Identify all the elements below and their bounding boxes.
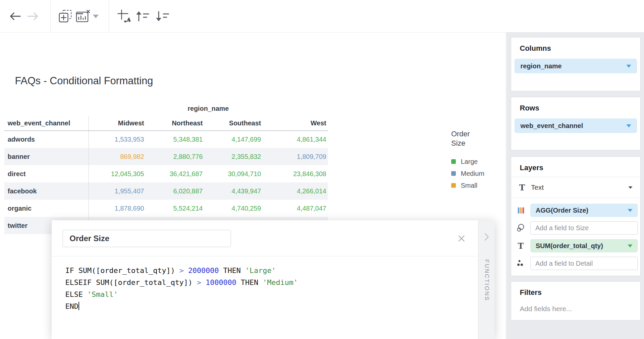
text-cursor	[79, 302, 79, 310]
page-title: FAQs - Conditional Formatting	[15, 75, 153, 87]
filters-heading: Filters	[520, 288, 632, 297]
table-body: adwords1,533,9535,348,3814,147,6994,861,…	[4, 131, 328, 234]
column-header: Northeast	[146, 116, 204, 131]
row-label: direct	[4, 165, 88, 182]
detail-field-input[interactable]	[530, 257, 638, 270]
color-field-row: AGG(Order Size)	[511, 204, 640, 217]
value-cell: 1,533,953	[88, 131, 146, 148]
remove-chart-icon	[76, 9, 91, 24]
rows-heading: Rows	[520, 104, 632, 112]
value-cell: 23,846,308	[263, 165, 328, 182]
legend-item-label: Medium	[461, 170, 484, 177]
legend-item-label: Small	[461, 182, 477, 189]
value-cell: 1,878,690	[88, 200, 146, 217]
add-chart-button[interactable]	[58, 9, 73, 24]
swap-axes-icon	[117, 9, 132, 24]
value-cell: 4,487,047	[263, 200, 328, 217]
column-header: West	[263, 116, 328, 131]
size-lasso-icon	[511, 223, 530, 233]
agg-order-size-pill[interactable]: AGG(Order Size)	[530, 204, 638, 217]
chevron-down-icon	[628, 244, 632, 247]
rows-field-pill[interactable]: web_event_channel	[514, 118, 637, 133]
code-line: ELSEIF SUM([order_total_qty]) > 1000000 …	[65, 277, 298, 289]
legend-title: Order Size	[451, 129, 478, 148]
value-cell: 36,421,687	[146, 165, 204, 182]
row-label: banner	[4, 148, 88, 165]
add-chart-icon	[58, 9, 73, 24]
settings-sidebar: Columns region_name Rows web_event_chann…	[507, 33, 644, 339]
size-field-input[interactable]	[530, 221, 638, 235]
legend-swatch	[451, 183, 456, 188]
legend-swatch	[451, 159, 456, 164]
value-cell: 4,147,699	[204, 131, 263, 148]
color-bars-icon	[511, 207, 530, 214]
chevron-down-icon	[628, 186, 632, 189]
toolbar-separator	[109, 0, 109, 32]
forward-arrow-icon	[26, 9, 40, 23]
columns-field-pill[interactable]: region_name	[514, 59, 637, 73]
value-cell: 5,524,214	[146, 200, 204, 217]
filters-drop-placeholder[interactable]: Add fields here...	[520, 305, 632, 313]
detail-dots-icon	[511, 259, 530, 268]
text-layer-icon: T	[519, 183, 525, 192]
value-cell: 869,982	[88, 148, 146, 165]
rows-panel: Rows web_event_channel	[511, 97, 641, 150]
chevron-down-icon	[626, 124, 631, 127]
value-cell: 12,045,305	[88, 165, 146, 182]
remove-chart-button[interactable]	[76, 9, 91, 24]
value-cell: 2,355,832	[204, 148, 263, 165]
columns-heading: Columns	[520, 44, 632, 53]
code-line: IF SUM([order_total_qty]) > 2000000 THEN…	[65, 265, 298, 277]
value-cell: 1,955,407	[88, 182, 146, 200]
rows-field-label: web_event_channel	[520, 122, 583, 130]
layer-type-dropdown[interactable]: T Text	[511, 177, 640, 198]
value-cell: 1,809,709	[263, 148, 328, 165]
row-label: organic	[4, 200, 88, 217]
size-field-row	[511, 221, 640, 235]
text-field-icon: T	[511, 241, 530, 251]
forward-button[interactable]	[25, 9, 40, 24]
table-header-row: web_event_channel Midwest Northeast Sout…	[4, 116, 328, 131]
layers-heading: Layers	[520, 164, 632, 172]
sort-ascending-icon	[134, 9, 150, 23]
legend-item: Small	[451, 179, 494, 191]
sort-descending-button[interactable]	[154, 9, 170, 24]
pivot-button[interactable]	[117, 9, 132, 24]
columns-field-label: region_name	[520, 62, 562, 70]
formula-code[interactable]: IF SUM([order_total_qty]) > 2000000 THEN…	[65, 265, 298, 312]
close-icon	[457, 235, 465, 242]
value-cell: 4,439,947	[204, 182, 263, 200]
formula-editor-header	[52, 220, 478, 256]
functions-tab[interactable]: FUNCTIONS	[478, 220, 495, 339]
value-cell: 4,861,344	[263, 131, 328, 148]
sort-ascending-button[interactable]	[134, 9, 150, 24]
formula-name-input[interactable]	[63, 230, 231, 247]
code-line: END	[65, 301, 298, 312]
row-label: facebook	[4, 182, 88, 200]
back-arrow-icon	[8, 9, 22, 23]
functions-tab-label: FUNCTIONS	[483, 259, 490, 301]
chart-menu-button[interactable]	[90, 9, 101, 24]
layer-type-label: Text	[531, 183, 628, 191]
column-header: Midwest	[88, 116, 146, 131]
toolbar	[0, 0, 644, 33]
close-button[interactable]	[456, 234, 466, 243]
legend-swatch	[451, 171, 456, 176]
table-row: adwords1,533,9535,348,3814,147,6994,861,…	[4, 131, 328, 148]
value-cell: 4,740,259	[204, 200, 263, 217]
columns-panel: Columns region_name	[511, 37, 641, 91]
value-cell: 2,880,776	[146, 148, 204, 165]
toolbar-separator	[50, 0, 51, 32]
value-cell: 30,094,710	[204, 165, 263, 182]
sort-descending-icon	[154, 9, 170, 23]
layers-panel: Layers T Text AGG(Order Size)	[511, 157, 641, 276]
table-row: banner869,9822,880,7762,355,8321,809,709	[4, 148, 328, 165]
legend: Order Size LargeMediumSmall	[451, 129, 494, 191]
agg-order-size-label: AGG(Order Size)	[536, 207, 588, 214]
sum-order-total-qty-pill[interactable]: SUM(order_total_qty)	[530, 239, 638, 252]
column-header: Southeast	[204, 116, 263, 131]
legend-items: LargeMediumSmall	[451, 156, 494, 191]
back-button[interactable]	[8, 9, 23, 24]
chevron-right-icon	[483, 232, 491, 243]
table-row: direct12,045,30536,421,68730,094,71023,8…	[4, 165, 328, 182]
